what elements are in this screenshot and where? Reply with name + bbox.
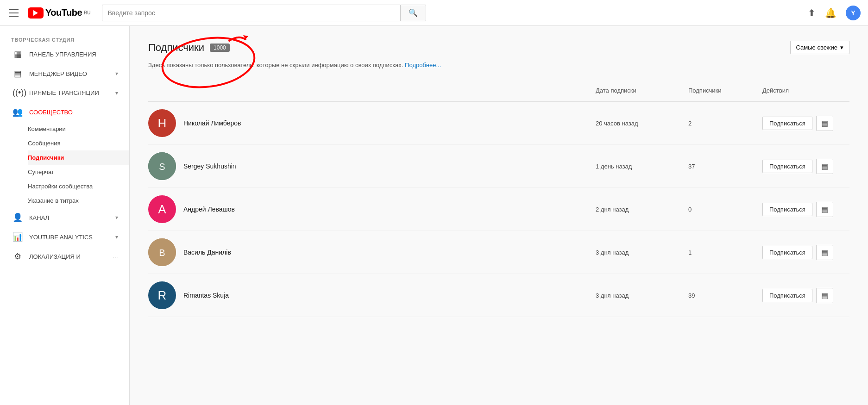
community-submenu: Комментарии Сообщения Подписчики Суперча… — [0, 122, 129, 208]
date-cell: 1 день назад — [590, 163, 683, 170]
avatar: S — [148, 152, 176, 180]
sidebar-item-community[interactable]: 👥 СООБЩЕСТВО — [0, 102, 129, 122]
user-name: Андрей Левашов — [183, 206, 235, 213]
live-icon: ((•)) — [13, 88, 23, 98]
subscribe-button[interactable]: Подписаться — [762, 289, 812, 302]
sidebar-item-localization[interactable]: ⚙ ЛОКАЛИЗАЦИЯ И … — [0, 247, 129, 266]
message-button[interactable]: ▤ — [816, 202, 833, 217]
sidebar-item-channel[interactable]: 👤 КАНАЛ ▾ — [0, 208, 129, 227]
date-cell: 3 дня назад — [590, 292, 683, 299]
page-title-area: Подписчики 1000 — [148, 42, 230, 54]
sidebar-item-label: ЛОКАЛИЗАЦИЯ И — [29, 253, 81, 260]
message-icon: ▤ — [821, 205, 828, 214]
submenu-item-comments[interactable]: Комментарии — [28, 122, 129, 136]
chevron-down-icon: ▾ — [115, 70, 118, 77]
sidebar-item-dashboard[interactable]: ▦ ПАНЕЛЬ УПРАВЛЕНИЯ — [0, 44, 129, 64]
community-icon: 👥 — [13, 107, 23, 117]
user-cell: R Rimantas Skuja — [148, 281, 590, 309]
col-subscribers: Подписчики — [683, 83, 757, 98]
user-avatar[interactable]: Y — [846, 6, 861, 20]
col-user — [148, 83, 590, 98]
subs-count: 39 — [683, 292, 757, 299]
main-content: Подписчики 1000 Самые свежие ▾ Здесь пок… — [130, 26, 868, 405]
table-row-inner: S Sergey Sukhushin 1 день назад 37 Подпи… — [148, 145, 849, 187]
search-input[interactable] — [102, 5, 400, 21]
logo-sup: RU — [84, 10, 90, 15]
subscriber-row: S Sergey Sukhushin 1 день назад 37 Подпи… — [148, 145, 849, 188]
table-row-inner: В Василь Данилів 3 дня назад 1 Подписать… — [148, 231, 849, 274]
subscribe-button[interactable]: Подписаться — [762, 160, 812, 173]
subscriber-row: А Андрей Левашов 2 дня назад 0 Подписать… — [148, 188, 849, 231]
submenu-item-community-settings[interactable]: Настройки сообщества — [28, 179, 129, 193]
date-cell: 3 дня назад — [590, 249, 683, 256]
subscriber-row: R Rimantas Skuja 3 дня назад 39 Подписат… — [148, 274, 849, 317]
info-link[interactable]: Подробнее... — [405, 62, 441, 69]
channel-icon: 👤 — [13, 212, 23, 223]
user-cell: В Василь Данилів — [148, 238, 590, 266]
sidebar-item-analytics[interactable]: 📊 YOUTUBE ANALYTICS ▾ — [0, 227, 129, 247]
main-layout: ТВОРЧЕСКАЯ СТУДИЯ ▦ ПАНЕЛЬ УПРАВЛЕНИЯ ▤ … — [0, 26, 868, 405]
actions-cell: Подписаться ▤ — [757, 245, 849, 260]
message-button[interactable]: ▤ — [816, 288, 833, 303]
sort-dropdown-button[interactable]: Самые свежие ▾ — [790, 41, 849, 54]
search-icon: 🔍 — [409, 8, 418, 17]
user-cell: S Sergey Sukhushin — [148, 152, 590, 180]
chevron-down-icon: ▾ — [115, 234, 118, 240]
page-title: Подписчики — [148, 42, 204, 54]
col-date: Дата подписки — [590, 83, 683, 98]
subscribers-list: Н Николай Лимберов 20 часов назад 2 Подп… — [148, 102, 849, 317]
avatar: А — [148, 195, 176, 223]
user-name: Rimantas Skuja — [183, 292, 229, 299]
message-button[interactable]: ▤ — [816, 245, 833, 260]
sort-label: Самые свежие — [796, 44, 837, 51]
menu-icon[interactable] — [7, 7, 20, 19]
actions-cell: Подписаться ▤ — [757, 159, 849, 174]
actions-cell: Подписаться ▤ — [757, 116, 849, 131]
info-text: Здесь показаны только пользователи, кото… — [148, 62, 849, 69]
submenu-item-superchat[interactable]: Суперчат — [28, 165, 129, 179]
avatar: R — [148, 281, 176, 309]
top-header: YouTubeRU 🔍 ⬆ 🔔 Y — [0, 0, 868, 26]
chevron-down-icon: ▾ — [115, 90, 118, 96]
sidebar-item-label: КАНАЛ — [29, 214, 49, 221]
date-cell: 20 часов назад — [590, 120, 683, 127]
sidebar-item-video-manager[interactable]: ▤ МЕНЕДЖЕР ВИДЕО ▾ — [0, 64, 129, 83]
chevron-down-icon: … — [113, 253, 118, 260]
subs-count: 1 — [683, 249, 757, 256]
submenu-item-subscribers[interactable]: Подписчики — [28, 150, 129, 165]
subscribe-button[interactable]: Подписаться — [762, 117, 812, 130]
sort-chevron-icon: ▾ — [840, 44, 843, 51]
avatar: В — [148, 238, 176, 266]
user-cell: Н Николай Лимберов — [148, 109, 590, 137]
message-button[interactable]: ▤ — [816, 159, 833, 174]
logo[interactable]: YouTubeRU — [28, 7, 91, 19]
table-header: Дата подписки Подписчики Действия — [148, 80, 849, 102]
search-bar: 🔍 — [102, 5, 426, 21]
sidebar-item-live[interactable]: ((•)) ПРЯМЫЕ ТРАНСЛЯЦИИ ▾ — [0, 83, 129, 102]
sidebar: ТВОРЧЕСКАЯ СТУДИЯ ▦ ПАНЕЛЬ УПРАВЛЕНИЯ ▤ … — [0, 26, 130, 405]
actions-cell: Подписаться ▤ — [757, 288, 849, 303]
sidebar-item-label: YOUTUBE ANALYTICS — [29, 234, 93, 241]
user-name: Николай Лимберов — [183, 119, 241, 127]
subs-count: 37 — [683, 163, 757, 170]
page-header: Подписчики 1000 Самые свежие ▾ — [148, 41, 849, 54]
user-cell: А Андрей Левашов — [148, 195, 590, 223]
sidebar-item-label: ПРЯМЫЕ ТРАНСЛЯЦИИ — [29, 89, 99, 96]
user-name: Василь Данилів — [183, 249, 231, 256]
subscriber-row: В Василь Данилів 3 дня назад 1 Подписать… — [148, 231, 849, 274]
table-row-inner: R Rimantas Skuja 3 дня назад 39 Подписат… — [148, 274, 849, 317]
message-button[interactable]: ▤ — [816, 116, 833, 131]
analytics-icon: 📊 — [13, 232, 23, 242]
subs-count: 2 — [683, 120, 757, 127]
localization-icon: ⚙ — [13, 251, 23, 262]
sidebar-item-label: МЕНЕДЖЕР ВИДЕО — [29, 70, 87, 77]
upload-icon[interactable]: ⬆ — [808, 7, 816, 19]
subscribe-button[interactable]: Подписаться — [762, 203, 812, 216]
submenu-item-credits[interactable]: Указание в титрах — [28, 193, 129, 208]
search-button[interactable]: 🔍 — [400, 5, 426, 21]
avatar: Н — [148, 109, 176, 137]
submenu-item-messages[interactable]: Сообщения — [28, 136, 129, 150]
svg-text:В: В — [159, 248, 165, 258]
bell-icon[interactable]: 🔔 — [825, 7, 837, 19]
subscribe-button[interactable]: Подписаться — [762, 246, 812, 259]
